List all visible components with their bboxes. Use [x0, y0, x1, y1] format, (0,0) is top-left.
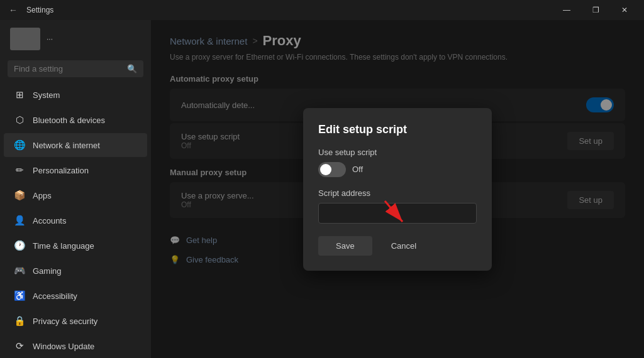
- profile-info: ···: [47, 35, 53, 43]
- main-content: Network & internet > Proxy Use a proxy s…: [151, 20, 644, 358]
- dialog-toggle-row: Off: [318, 162, 477, 177]
- cancel-button[interactable]: Cancel: [379, 236, 429, 256]
- sidebar-item-label: Apps: [33, 191, 52, 200]
- window-controls: — ❐ ✕: [552, 0, 639, 20]
- sidebar-item-network[interactable]: 🌐 Network & internet: [4, 133, 147, 157]
- sidebar-item-label: Personalization: [33, 166, 89, 175]
- app-title: Settings: [26, 6, 53, 14]
- close-button[interactable]: ✕: [610, 0, 639, 20]
- sidebar-item-label: Privacy & security: [33, 317, 97, 326]
- avatar: [10, 28, 40, 50]
- titlebar: ← Settings — ❐ ✕: [0, 0, 644, 20]
- gaming-icon: 🎮: [14, 265, 25, 276]
- sidebar-item-system[interactable]: ⊞ System: [4, 83, 147, 107]
- script-address-input[interactable]: [318, 203, 477, 224]
- dialog-overlay: Edit setup script Use setup script Off S…: [151, 20, 644, 358]
- sidebar-profile: ···: [0, 20, 151, 58]
- use-setup-label: Use setup script: [318, 148, 477, 157]
- sidebar-item-personalization[interactable]: ✏ Personalization: [4, 158, 147, 182]
- personalization-icon: ✏: [14, 165, 25, 176]
- sidebar-item-label: Bluetooth & devices: [33, 116, 105, 125]
- sidebar-item-privacy[interactable]: 🔒 Privacy & security: [4, 309, 147, 333]
- sidebar: ··· 🔍 ⊞ System ⬡ Bluetooth & devices 🌐 N…: [0, 20, 151, 358]
- edit-setup-dialog: Edit setup script Use setup script Off S…: [303, 108, 492, 271]
- sidebar-item-time[interactable]: 🕐 Time & language: [4, 234, 147, 258]
- accounts-icon: 👤: [14, 215, 25, 226]
- sidebar-item-gaming[interactable]: 🎮 Gaming: [4, 259, 147, 283]
- bluetooth-icon: ⬡: [14, 114, 25, 126]
- apps-icon: 📦: [14, 190, 25, 201]
- script-address-label: Script address: [318, 188, 477, 198]
- titlebar-left: ← Settings: [5, 4, 53, 16]
- sidebar-item-label: Gaming: [33, 266, 62, 276]
- sidebar-item-accounts[interactable]: 👤 Accounts: [4, 209, 147, 232]
- sidebar-item-label: Windows Update: [33, 342, 94, 351]
- back-button[interactable]: ←: [5, 4, 21, 16]
- windows-update-icon: ⟳: [14, 340, 25, 352]
- sidebar-item-bluetooth[interactable]: ⬡ Bluetooth & devices: [4, 108, 147, 132]
- sidebar-item-apps[interactable]: 📦 Apps: [4, 183, 147, 207]
- restore-button[interactable]: ❐: [581, 0, 610, 20]
- sidebar-item-label: Time & language: [33, 241, 94, 251]
- sidebar-item-accessibility[interactable]: ♿ Accessibility: [4, 284, 147, 308]
- network-icon: 🌐: [14, 139, 25, 151]
- sidebar-item-label: Network & internet: [33, 141, 100, 150]
- system-icon: ⊞: [14, 89, 25, 100]
- sidebar-item-label: Accounts: [33, 216, 66, 225]
- time-icon: 🕐: [14, 240, 25, 251]
- dialog-toggle-state: Off: [352, 165, 363, 174]
- save-button[interactable]: Save: [318, 236, 372, 256]
- accessibility-icon: ♿: [14, 290, 25, 301]
- dialog-actions: Save Cancel: [318, 236, 477, 256]
- dialog-setup-toggle[interactable]: [318, 162, 346, 177]
- search-box[interactable]: 🔍: [8, 60, 143, 77]
- dialog-title: Edit setup script: [318, 123, 477, 136]
- sidebar-item-label: Accessibility: [33, 291, 77, 301]
- search-input[interactable]: [14, 64, 122, 73]
- sidebar-item-windows-update[interactable]: ⟳ Windows Update: [4, 334, 147, 358]
- search-icon: 🔍: [127, 64, 137, 73]
- minimize-button[interactable]: —: [552, 0, 581, 20]
- app-body: ··· 🔍 ⊞ System ⬡ Bluetooth & devices 🌐 N…: [0, 20, 644, 358]
- privacy-icon: 🔒: [14, 315, 25, 327]
- sidebar-item-label: System: [33, 90, 60, 100]
